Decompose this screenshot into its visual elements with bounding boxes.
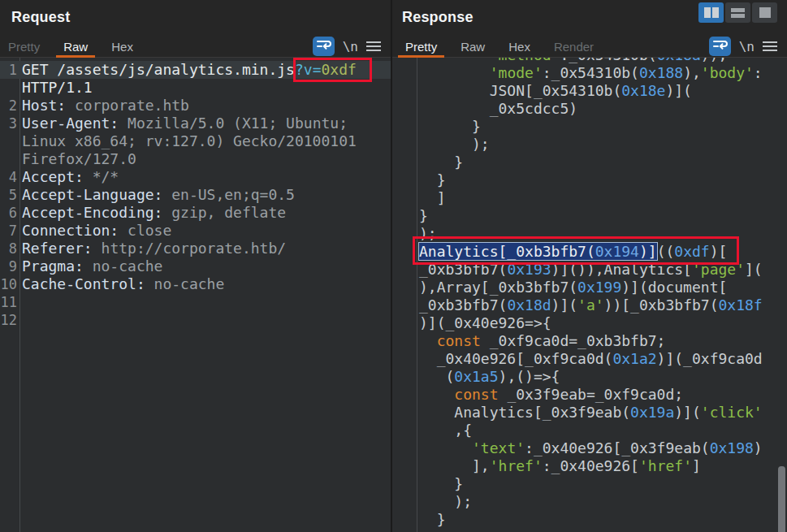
code-row: (0x1a5),()=>{ [392,368,787,386]
word-wrap-icon [315,37,331,55]
code-row: 12 [0,311,391,329]
code-row: Analytics[_0xb3bfb7(0x194)]((0xdf)[ [392,243,787,261]
response-panel-title: Response [402,9,473,26]
line-number: 10 [0,275,19,293]
code-row: } [392,475,787,493]
code-row: 3User-Agent: Mozilla/5.0 (X11; Ubuntu; [0,115,391,132]
line-number: 4 [0,168,19,186]
code-row: ); [392,493,787,511]
request-editor[interactable]: 1GET /assets/js/analytics.min.js?v=0xdfH… [0,58,391,532]
vertical-scrollbar-thumb[interactable] [778,466,785,532]
line-number: 2 [0,97,19,115]
request-header: Request PrettyRawHex \n [0,0,391,58]
code-row: 2Host: corporate.htb [0,97,391,115]
response-editor[interactable]: 'method':_0x54310b(0x18a)), 'mode':_0x54… [392,58,787,532]
tab-raw[interactable]: Raw [63,36,88,58]
http-message-viewer: Request PrettyRawHex \n [0,0,787,532]
code-row: ,{ [392,422,787,439]
show-newlines-toggle-button[interactable]: \n [739,39,755,54]
tab-hex[interactable]: Hex [111,36,133,58]
line-number: 12 [0,311,19,329]
word-wrap-toggle-button[interactable] [709,37,731,56]
tab-pretty[interactable]: Pretty [405,36,437,58]
show-newlines-toggle-button[interactable]: \n [343,39,358,54]
code-row: } [392,207,787,225]
line-number: 7 [0,222,19,240]
line-number: 9 [0,257,19,275]
code-row: JSON[_0x54310b(0x18e)]( [392,82,787,100]
code-row: 11 [0,293,391,311]
code-row: Linux x86_64; rv:127.0) Gecko/20100101 [0,132,391,150]
code-row: 1GET /assets/js/analytics.min.js?v=0xdf [0,61,391,79]
code-row: 5Accept-Language: en-US,en;q=0.5 [0,186,391,204]
layout-switcher [698,2,777,23]
response-tab-bar: PrettyRawHexRender [405,36,594,58]
code-row: Firefox/127.0 [0,150,391,168]
code-row: 'text':_0x40e926[_0x3f9eab(0x198) [392,439,787,457]
code-row: } [392,154,787,171]
selected-text: Analytics[_0xb3bfb7(0x194)] [419,243,657,260]
single-pane-button[interactable] [752,2,777,23]
word-wrap-toggle-button[interactable] [313,37,335,56]
request-code: 1GET /assets/js/analytics.min.js?v=0xdfH… [0,61,391,329]
code-row: )](_0x40e926=>{ [392,314,787,332]
code-row: HTTP/1.1 [0,79,391,97]
code-row: ),Array[_0xb3bfb7(0x199)](document[ [392,279,787,296]
code-row: _0x40e926[_0xf9ca0d(0x1a2)](_0xf9ca0d [392,350,787,368]
line-number [0,132,19,150]
tab-raw[interactable]: Raw [461,36,485,58]
line-number [0,150,19,168]
word-wrap-icon [711,37,728,55]
line-number [0,79,19,97]
code-row: const _0xf9ca0d=_0xb3bfb7; [392,332,787,350]
line-number: 8 [0,240,19,257]
code-row: ); [392,225,787,243]
split-rows-button[interactable] [725,2,750,23]
split-columns-button[interactable] [698,2,724,23]
tab-pretty: Pretty [8,36,40,58]
code-row: 8Referer: http://corporate.htb/ [0,240,391,257]
code-row: ] [392,189,787,207]
code-row: 'method':_0x54310b(0x18a)), [392,58,787,64]
request-tab-bar: PrettyRawHex [8,36,133,58]
code-row: } [392,171,787,189]
editor-menu-button[interactable] [763,41,777,51]
code-row: _0x5cdcc5) [392,100,787,118]
code-row: 7Connection: close [0,222,391,240]
code-row: _0xb3bfb7(0x18d)]('a'))[_0xb3bfb7(0x18f [392,296,787,314]
code-row: } [392,118,787,136]
code-row: 4Accept: */* [0,168,391,186]
tab-hex[interactable]: Hex [508,36,530,58]
response-header: Response PrettyRawHexRender \n [392,0,787,58]
line-number: 5 [0,186,19,204]
line-number: 11 [0,293,19,311]
request-editor-icons: \n [313,37,381,56]
tab-render: Render [554,36,594,58]
code-row: Analytics[_0x3f9eab(0x19a)]('click' [392,404,787,422]
line-number: 3 [0,115,19,132]
code-row: 'mode':_0x54310b(0x188),'body': [392,64,787,82]
line-number: 1 [0,61,19,79]
code-row: 10Cache-Control: no-cache [0,275,391,293]
request-panel-title: Request [11,9,70,26]
code-row: 9Pragma: no-cache [0,257,391,275]
response-panel: Response PrettyRawHexRender \n [392,0,787,532]
code-row: ); [392,136,787,154]
line-number: 6 [0,204,19,222]
code-row: 6Accept-Encoding: gzip, deflate [0,204,391,222]
code-row: _0xb3bfb7(0x193)]()),Analytics['page']( [392,261,787,279]
code-row: ],'href':_0x40e926['href'] [392,457,787,475]
editor-menu-button[interactable] [366,41,381,51]
request-panel: Request PrettyRawHex \n [0,0,391,532]
response-code: 'method':_0x54310b(0x18a)), 'mode':_0x54… [392,58,787,529]
code-row: } [392,511,787,529]
code-row: const _0x3f9eab=_0xf9ca0d; [392,386,787,404]
response-editor-icons: \n [709,37,777,56]
